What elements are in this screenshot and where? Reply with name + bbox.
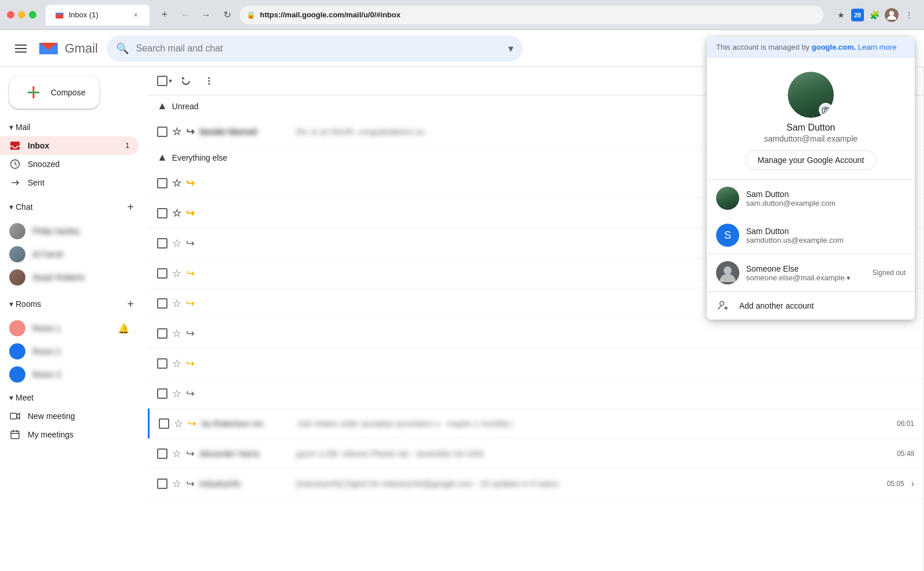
tab-close-btn[interactable]: × bbox=[131, 10, 140, 20]
bookmark-btn[interactable]: ★ bbox=[833, 7, 849, 23]
star-btn[interactable]: ☆ bbox=[172, 207, 181, 220]
table-row[interactable]: ☆ ↪ bbox=[148, 318, 923, 348]
browser-menu-btn[interactable]: ⋮ bbox=[901, 7, 917, 23]
star-btn[interactable]: ☆ bbox=[172, 297, 181, 310]
select-dropdown-icon[interactable]: ▾ bbox=[169, 77, 172, 85]
managed-domain: google.com. bbox=[812, 43, 856, 51]
star-btn[interactable]: ☆ bbox=[172, 327, 181, 340]
search-filter-icon[interactable]: ▾ bbox=[508, 42, 513, 55]
email-checkbox[interactable] bbox=[157, 448, 167, 459]
search-input[interactable] bbox=[136, 43, 501, 54]
table-row[interactable]: ☆ ↪ industryinfo [Industryinfo] Digest f… bbox=[148, 469, 923, 499]
avatar-camera-btn[interactable] bbox=[819, 103, 833, 117]
email-time: 05:05 bbox=[887, 480, 904, 488]
refresh-btn[interactable] bbox=[177, 72, 195, 90]
add-account-item[interactable]: Add another account bbox=[707, 291, 915, 320]
chat-contact-1[interactable]: Philip Hartley bbox=[0, 220, 139, 243]
email-time: 06:01 bbox=[897, 420, 914, 428]
star-btn[interactable]: ☆ bbox=[172, 237, 181, 250]
more-options-btn[interactable] bbox=[200, 72, 218, 90]
window-minimize-btn[interactable] bbox=[18, 11, 25, 18]
account-profile-section: Sam Dutton samdutton@mail.example Manage… bbox=[707, 58, 915, 179]
chat-contact-2[interactable]: Al Farrel bbox=[0, 243, 139, 266]
rooms-section-header[interactable]: ▾ Rooms + bbox=[0, 291, 148, 317]
mail-section-header[interactable]: ▾ Mail bbox=[0, 118, 148, 136]
expand-thread-btn[interactable]: › bbox=[911, 479, 914, 489]
table-row[interactable]: ☆ ↪ bbox=[148, 348, 923, 379]
sidebar: Compose ▾ Mail Inbox 1 bbox=[0, 67, 148, 571]
account-item-1[interactable]: Sam Dutton sam.dutton@example.com bbox=[707, 180, 915, 217]
room-3[interactable]: Room 3 bbox=[0, 363, 139, 386]
star-btn[interactable]: ☆ bbox=[172, 447, 181, 460]
room-1[interactable]: Room 1 🔔 bbox=[0, 317, 139, 340]
sidebar-toggle-btn[interactable] bbox=[9, 37, 32, 60]
tab-title: Inbox (1) bbox=[69, 10, 98, 19]
room-icon-2 bbox=[9, 343, 25, 359]
window-close-btn[interactable] bbox=[7, 11, 14, 18]
back-btn[interactable]: ← bbox=[177, 7, 193, 23]
window-maximize-btn[interactable] bbox=[29, 11, 36, 18]
chat-add-btn[interactable]: + bbox=[122, 199, 139, 215]
meet-section-header[interactable]: ▾ Meet bbox=[0, 388, 148, 407]
account-email-1: sam.dutton@example.com bbox=[746, 199, 906, 207]
account-item-3[interactable]: Someone Else someone.else@mail.example ▾… bbox=[707, 254, 915, 291]
table-row[interactable]: ☆ ↪ Alexander Harris goon! a OB: Volume … bbox=[148, 439, 923, 469]
email-checkbox[interactable] bbox=[157, 479, 167, 489]
rooms-add-btn[interactable]: + bbox=[122, 296, 139, 312]
email-checkbox[interactable] bbox=[157, 268, 167, 279]
svg-rect-3 bbox=[15, 48, 27, 49]
rooms-section: ▾ Rooms + Room 1 🔔 Room 2 Room 3 bbox=[0, 291, 148, 386]
puzzle-extension-btn[interactable]: 🧩 bbox=[866, 7, 882, 23]
mail-chevron-icon: ▾ bbox=[9, 123, 13, 132]
camera-icon bbox=[822, 106, 830, 114]
sent-nav-item[interactable]: Sent bbox=[0, 173, 139, 192]
star-btn[interactable]: ☆ bbox=[172, 387, 181, 400]
my-meetings-item[interactable]: My meetings bbox=[0, 425, 139, 444]
email-checkbox[interactable] bbox=[157, 208, 167, 218]
forward-icon: ↪ bbox=[186, 477, 195, 490]
reload-btn[interactable]: ↻ bbox=[219, 7, 235, 23]
account-name-3: Someone Else bbox=[746, 264, 866, 273]
new-tab-btn[interactable]: + bbox=[157, 7, 173, 23]
rooms-chevron-icon: ▾ bbox=[9, 299, 13, 309]
address-bar[interactable]: 🔒 https://mail.google.com/mail/u/0/#inbo… bbox=[240, 6, 824, 24]
email-checkbox[interactable] bbox=[157, 328, 167, 339]
sent-icon bbox=[9, 177, 21, 188]
star-btn[interactable]: ☆ bbox=[172, 267, 181, 280]
svg-point-35 bbox=[208, 80, 210, 82]
email-checkbox[interactable] bbox=[157, 238, 167, 249]
calendar-extension-btn[interactable]: 28 bbox=[851, 9, 864, 21]
manage-account-btn[interactable]: Manage your Google Account bbox=[746, 150, 876, 170]
table-row[interactable]: ☆ ↪ Sa Robertson Inc Ask relates order q… bbox=[148, 409, 923, 439]
chat-contact-3[interactable]: Stuart Roberts bbox=[0, 266, 139, 289]
star-btn[interactable]: ☆ bbox=[172, 125, 181, 138]
star-btn[interactable]: ☆ bbox=[172, 357, 181, 370]
browser-tab[interactable]: Inbox (1) × bbox=[46, 5, 150, 25]
star-btn[interactable]: ☆ bbox=[172, 477, 181, 490]
forward-btn[interactable]: → bbox=[198, 7, 214, 23]
email-checkbox[interactable] bbox=[159, 418, 169, 429]
email-checkbox[interactable] bbox=[157, 388, 167, 399]
add-account-label: Add another account bbox=[739, 301, 814, 310]
email-snippet: [Industryinfo] Digest for industryinfo@g… bbox=[296, 479, 878, 488]
account-item-2[interactable]: S Sam Dutton samdutton.us@example.com bbox=[707, 217, 915, 254]
chat-section-header[interactable]: ▾ Chat + bbox=[0, 194, 148, 220]
email-checkbox[interactable] bbox=[157, 127, 167, 137]
signed-out-badge: Signed out bbox=[873, 269, 906, 277]
compose-btn[interactable]: Compose bbox=[9, 76, 99, 109]
email-checkbox[interactable] bbox=[157, 298, 167, 309]
snoozed-nav-item[interactable]: Snoozed bbox=[0, 155, 139, 173]
learn-more-link[interactable]: Learn more bbox=[858, 43, 896, 51]
room-2[interactable]: Room 2 bbox=[0, 340, 139, 363]
email-checkbox[interactable] bbox=[157, 358, 167, 369]
email-checkbox[interactable] bbox=[157, 178, 167, 188]
sent-label: Sent bbox=[28, 178, 44, 187]
browser-profile-btn[interactable] bbox=[885, 8, 899, 22]
select-all-checkbox[interactable] bbox=[157, 76, 167, 86]
star-btn[interactable]: ☆ bbox=[174, 417, 183, 430]
new-meeting-item[interactable]: New meeting bbox=[0, 407, 139, 425]
table-row[interactable]: ☆ ↪ bbox=[148, 379, 923, 409]
inbox-nav-item[interactable]: Inbox 1 bbox=[0, 136, 139, 155]
search-bar[interactable]: 🔍 ▾ bbox=[107, 35, 523, 62]
star-btn[interactable]: ☆ bbox=[172, 177, 181, 190]
